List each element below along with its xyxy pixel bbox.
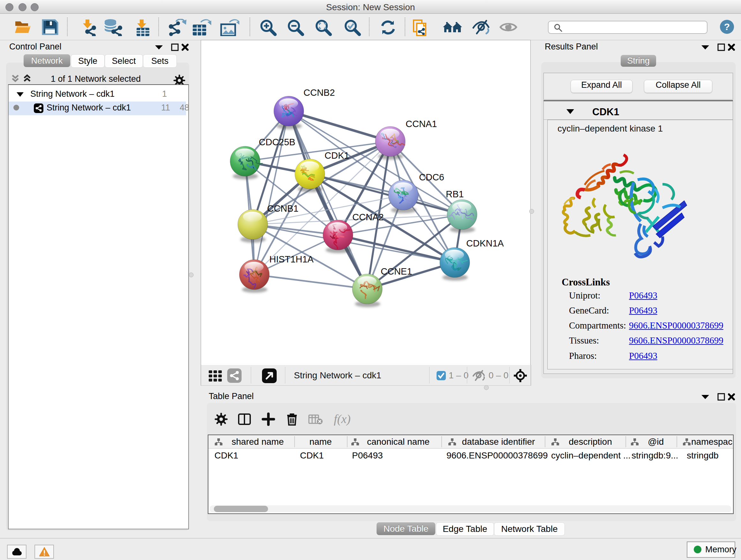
svg-text:CDC6: CDC6 [419,172,444,182]
svg-text:CCNA1: CCNA1 [406,119,437,129]
svg-text:CDKN1A: CDKN1A [466,238,504,248]
svg-text:?: ? [724,21,730,32]
svg-text:CDC25B: CDC25B [259,137,295,147]
svg-text:RB1: RB1 [446,189,464,199]
svg-text:HIST1H1A: HIST1H1A [269,254,314,264]
svg-text:CCNE1: CCNE1 [381,266,412,276]
svg-text:CCNB1: CCNB1 [267,203,298,213]
svg-text:CCNA2: CCNA2 [352,212,384,222]
svg-text:CCNB2: CCNB2 [304,87,335,98]
svg-text:CDK1: CDK1 [325,150,349,161]
